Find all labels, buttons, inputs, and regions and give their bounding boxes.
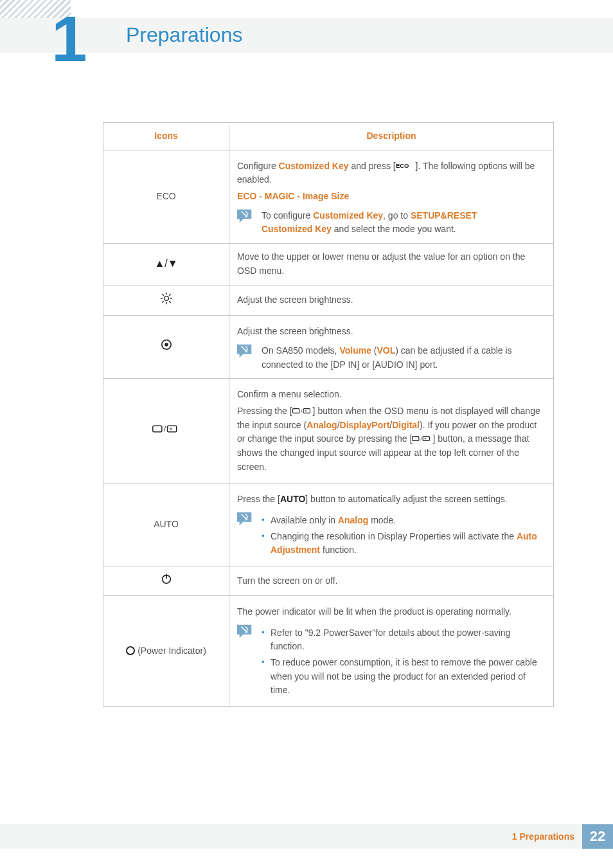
volume-label: Volume xyxy=(339,345,371,356)
customized-key: Customized Key xyxy=(313,210,383,221)
svg-rect-19 xyxy=(303,409,310,413)
svg-marker-1 xyxy=(237,210,251,222)
list-item: Changing the resolution in Display Prope… xyxy=(262,530,546,557)
volume-desc: Adjust the screen brightness. On SA850 m… xyxy=(229,316,554,379)
svg-text:/: / xyxy=(164,425,166,433)
note-icon xyxy=(237,624,254,638)
power-icon xyxy=(103,566,229,596)
col-header-desc: Description xyxy=(229,123,554,150)
list-item: Available only in Analog mode. xyxy=(262,514,546,528)
table-row: ECO Configure Customized Key and press [… xyxy=(103,150,554,243)
enter-source-icon: / xyxy=(103,379,229,484)
list-item: To reduce power consumption, it is best … xyxy=(262,656,546,698)
svg-rect-17 xyxy=(292,409,299,413)
svg-marker-23 xyxy=(237,512,251,525)
table-row: Adjust the screen brightness. On SA850 m… xyxy=(103,316,554,379)
svg-rect-16 xyxy=(167,426,176,431)
analog: Analog xyxy=(306,420,337,430)
target-icon xyxy=(103,316,229,379)
eco-options: ECO - MAGIC - Image Size xyxy=(237,190,546,204)
text: and press [ xyxy=(349,161,396,171)
svg-marker-13 xyxy=(237,345,251,357)
indicator-desc: The power indicator will be lit when the… xyxy=(229,595,554,706)
svg-text:ECO: ECO xyxy=(396,162,409,169)
power-indicator-label: (Power Indicator) xyxy=(138,646,206,656)
auto-desc: Press the [AUTO] button to automatically… xyxy=(229,484,554,566)
svg-line-8 xyxy=(169,301,171,303)
text: Confirm a menu selection. xyxy=(237,388,546,402)
text: Adjust the screen brightness. xyxy=(237,325,546,339)
analog: Analog xyxy=(338,515,368,525)
text: The power indicator will be lit when the… xyxy=(237,605,546,619)
enter-desc: Confirm a menu selection. Pressing the [… xyxy=(229,379,554,484)
text: ( xyxy=(371,345,377,356)
customized-key: Customized Key xyxy=(279,161,349,171)
power-indicator-icon xyxy=(126,646,135,655)
power-desc: Turn the screen on or off. xyxy=(229,566,554,596)
svg-text:/: / xyxy=(421,436,423,442)
enter-key-icon: / xyxy=(412,433,432,444)
digital: Digital xyxy=(392,420,420,430)
svg-marker-26 xyxy=(237,624,251,637)
svg-point-2 xyxy=(164,296,168,300)
auto-label: AUTO xyxy=(103,484,229,566)
table-row: AUTO Press the [AUTO] button to automati… xyxy=(103,484,554,566)
table-row: Adjust the screen brightness. xyxy=(103,285,554,316)
updown-desc: Move to the upper or lower menu or adjus… xyxy=(229,244,554,285)
svg-text:/: / xyxy=(301,408,303,414)
svg-line-9 xyxy=(162,301,164,303)
svg-rect-20 xyxy=(413,437,419,441)
footer-chapter: 1 Preparations xyxy=(512,831,574,842)
svg-line-10 xyxy=(169,294,171,296)
vol-label: VOL xyxy=(377,345,396,356)
text: Pressing the [ xyxy=(237,406,292,416)
svg-point-12 xyxy=(164,343,168,347)
auto-key: AUTO xyxy=(280,494,305,504)
table-row: ▲/▼ Move to the upper or lower menu or a… xyxy=(103,244,554,285)
setup-reset: SETUP&RESET xyxy=(411,210,477,221)
enter-key-icon: / xyxy=(292,406,313,416)
text: To configure xyxy=(262,210,313,221)
note-icon xyxy=(237,344,254,358)
text: Configure xyxy=(237,161,279,171)
brightness-icon xyxy=(103,285,229,316)
eco-label: ECO xyxy=(103,150,229,243)
text: , go to xyxy=(383,210,411,221)
page-number: 22 xyxy=(582,824,613,849)
customized-key: Customized Key xyxy=(262,224,332,234)
displayport: DisplayPort xyxy=(340,420,390,430)
brightness-desc: Adjust the screen brightness. xyxy=(229,285,554,316)
note-icon xyxy=(237,512,254,526)
updown-icon: ▲/▼ xyxy=(103,244,229,285)
note-icon xyxy=(237,209,254,223)
header-band xyxy=(0,18,613,53)
col-header-icons: Icons xyxy=(103,123,229,150)
text: ] button to automatically adjust the scr… xyxy=(305,494,507,504)
table-row: (Power Indicator) The power indicator wi… xyxy=(103,595,554,706)
svg-rect-14 xyxy=(152,426,161,431)
chapter-title: Preparations xyxy=(126,23,242,47)
text: and select the mode you want. xyxy=(332,224,456,234)
text: Press the [ xyxy=(237,494,280,504)
chapter-number: 1 xyxy=(51,6,85,71)
power-indicator-cell: (Power Indicator) xyxy=(103,595,229,706)
text: On SA850 models, xyxy=(262,345,339,356)
table-row: / Confirm a menu selection. Pressing the… xyxy=(103,379,554,484)
icons-table: Icons Description ECO Configure Customiz… xyxy=(103,122,554,707)
eco-key-icon: ECO xyxy=(396,161,416,171)
table-row: Turn the screen on or off. xyxy=(103,566,554,596)
list-item: Refer to "9.2 PowerSaver"for details abo… xyxy=(262,626,546,654)
svg-line-7 xyxy=(162,294,164,296)
svg-rect-22 xyxy=(423,437,430,441)
eco-desc: Configure Customized Key and press [ECO]… xyxy=(229,150,554,243)
